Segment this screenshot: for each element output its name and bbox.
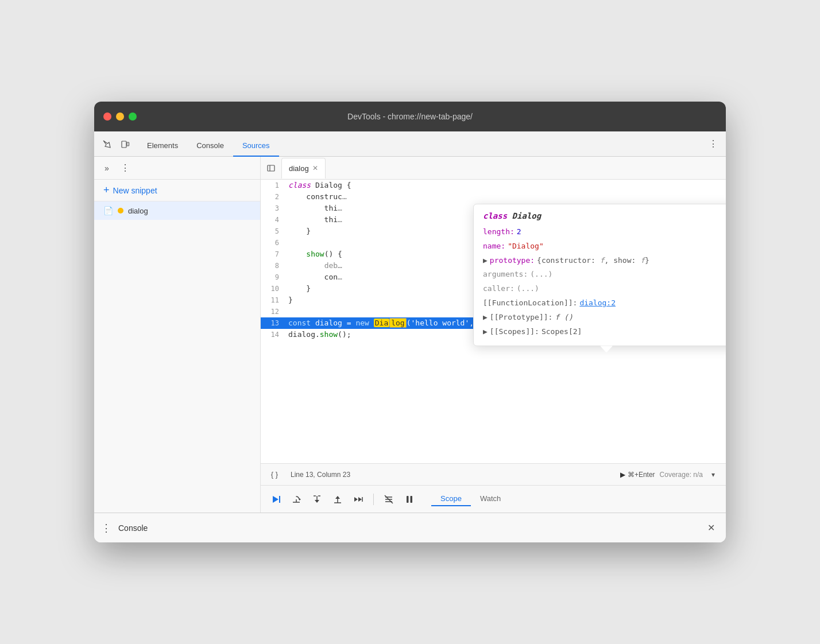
- main-area: » ⋮ + New snippet 📄 dialog: [94, 157, 726, 513]
- close-button[interactable]: [103, 112, 111, 121]
- svg-marker-10: [315, 500, 319, 503]
- close-tab-icon[interactable]: ✕: [312, 164, 318, 172]
- editor-tab-dialog[interactable]: dialog ✕: [281, 158, 326, 179]
- tooltip-row-name: name: "Dialog": [483, 239, 726, 254]
- resume-button[interactable]: [268, 491, 284, 507]
- tooltip-header: class Dialog: [483, 211, 726, 220]
- svg-rect-0: [122, 141, 126, 148]
- editor-tabs-bar: dialog ✕: [261, 157, 726, 180]
- svg-marker-6: [299, 498, 301, 501]
- tooltip-row-caller: caller: (...): [483, 282, 726, 296]
- titlebar-buttons: [103, 112, 137, 121]
- run-triangle-icon: ▶: [620, 471, 625, 479]
- file-status-dot: [118, 208, 123, 214]
- devtools-window: DevTools - chrome://new-tab-page/ Elemen…: [94, 102, 726, 542]
- deactivate-breakpoints-button[interactable]: [381, 491, 397, 507]
- new-snippet-label: New snippet: [113, 186, 157, 195]
- tooltip-row-arguments: arguments: (...): [483, 267, 726, 282]
- debug-separator-1: [373, 494, 374, 505]
- cursor-position: Line 13, Column 23: [291, 471, 350, 479]
- tooltip-popup: class Dialog length: 2 name: "Dialog" ▶ …: [473, 204, 726, 346]
- debugger-toolbar: Scope Watch: [261, 485, 726, 513]
- editor-tab-label: dialog: [289, 164, 309, 173]
- svg-marker-4: [273, 496, 279, 503]
- maximize-button[interactable]: [129, 112, 137, 121]
- statusbar-dropdown-icon[interactable]: ▾: [707, 469, 719, 480]
- code-line-2: 2 construc…: [261, 191, 726, 203]
- svg-rect-2: [268, 165, 274, 171]
- statusbar-right: ▶ ⌘+Enter Coverage: n/a ▾: [620, 469, 719, 480]
- tab-console[interactable]: Console: [187, 136, 233, 157]
- function-location-link[interactable]: dialog:2: [579, 297, 616, 309]
- step-button[interactable]: [350, 491, 366, 507]
- device-icon[interactable]: [117, 136, 133, 152]
- sidebar-toolbar: » ⋮: [94, 157, 260, 180]
- chevron-right-icon[interactable]: »: [99, 160, 115, 176]
- tooltip-row-prototype: ▶ prototype: {constructor: f, show: f}: [483, 254, 726, 268]
- titlebar: DevTools - chrome://new-tab-page/: [94, 102, 726, 131]
- devtools-toolbar: Elements Console Sources ⋮: [94, 131, 726, 157]
- run-shortcut: ⌘+Enter: [628, 471, 655, 479]
- svg-rect-23: [407, 496, 409, 503]
- file-icon: 📄: [103, 206, 113, 215]
- scope-tab[interactable]: Scope: [431, 492, 471, 506]
- sidebar-toggle-icon[interactable]: [263, 160, 279, 176]
- sidebar: » ⋮ + New snippet 📄 dialog: [94, 157, 261, 513]
- console-more-icon[interactable]: ⋮: [101, 522, 111, 534]
- console-close-button[interactable]: ✕: [703, 520, 719, 536]
- sidebar-more-icon[interactable]: ⋮: [117, 161, 133, 174]
- tooltip-row-function-location: [[FunctionLocation]]: dialog:2: [483, 296, 726, 311]
- svg-rect-5: [279, 496, 280, 503]
- editor-statusbar: { } Line 13, Column 23 ▶ ⌘+Enter Coverag…: [261, 463, 726, 485]
- run-button[interactable]: ▶ ⌘+Enter: [620, 471, 655, 479]
- svg-marker-16: [354, 497, 358, 502]
- svg-marker-17: [358, 497, 362, 502]
- step-out-button[interactable]: [330, 491, 346, 507]
- file-name: dialog: [128, 207, 148, 215]
- scope-watch-tabs: Scope Watch: [431, 492, 510, 506]
- code-line-1: 1 class Dialog {: [261, 180, 726, 191]
- file-item-dialog[interactable]: 📄 dialog: [94, 201, 260, 220]
- new-snippet-button[interactable]: + New snippet: [94, 180, 260, 201]
- window-title: DevTools - chrome://new-tab-page/: [347, 112, 473, 121]
- tab-elements[interactable]: Elements: [138, 136, 187, 157]
- step-into-button[interactable]: [309, 491, 325, 507]
- svg-rect-24: [411, 496, 413, 503]
- pause-on-exceptions-button[interactable]: [401, 491, 417, 507]
- console-bar: ⋮ Console ✕: [94, 513, 726, 542]
- tab-sources[interactable]: Sources: [233, 136, 279, 157]
- console-title: Console: [118, 523, 148, 533]
- coverage-label: Coverage: n/a: [660, 471, 703, 479]
- plus-icon: +: [103, 184, 110, 196]
- watch-tab[interactable]: Watch: [471, 492, 510, 506]
- format-button[interactable]: { }: [268, 468, 281, 482]
- tooltip-row-proto: ▶ [[Prototype]]: f (): [483, 311, 726, 325]
- more-tabs-icon[interactable]: ⋮: [705, 136, 721, 152]
- svg-marker-14: [335, 496, 340, 499]
- tab-list: Elements Console Sources: [138, 131, 279, 157]
- editor-area: dialog ✕ 1 class Dialog { 2 construc…: [261, 157, 726, 513]
- inspect-icon[interactable]: [99, 136, 115, 152]
- tooltip-row-scopes: ▶ [[Scopes]]: Scopes[2]: [483, 325, 726, 339]
- step-over-button[interactable]: [288, 491, 304, 507]
- svg-rect-1: [127, 142, 129, 146]
- minimize-button[interactable]: [116, 112, 124, 121]
- tooltip-row-length: length: 2: [483, 225, 726, 239]
